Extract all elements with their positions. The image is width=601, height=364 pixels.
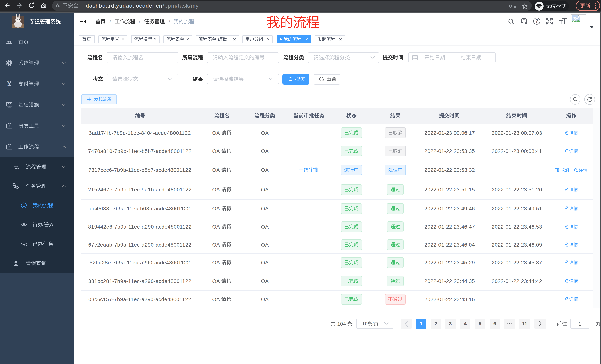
svg-text:2022-01-22 23:45:29: 2022-01-22 23:45:29 [424, 260, 475, 266]
svg-text:2022-01-22 23:49:46: 2022-01-22 23:49:46 [424, 206, 475, 211]
svg-text:2022-01-22 23:53:32: 2022-01-22 23:53:32 [424, 167, 475, 173]
svg-text:OA: OA [261, 130, 269, 136]
svg-text:/bpm/task/my: /bpm/task/my [163, 3, 199, 9]
svg-text:OA: OA [261, 260, 269, 266]
svg-text:52ffd28e-7b9a-11ec-a290-acde48: 52ffd28e-7b9a-11ec-a290-acde48001122 [90, 260, 190, 266]
svg-text:2: 2 [434, 321, 437, 326]
svg-text:3ad174fb-7b9d-11ec-8404-acde48: 3ad174fb-7b9d-11ec-8404-acde48001122 [89, 130, 191, 136]
svg-text:OA: OA [261, 297, 269, 302]
svg-text:2022-01-22 23:46:47: 2022-01-22 23:46:47 [424, 224, 475, 230]
svg-text:819442e8-7b9a-11ec-a290-acde48: 819442e8-7b9a-11ec-a290-acde48001122 [88, 224, 191, 230]
svg-text:3: 3 [449, 321, 452, 326]
svg-text:2152467e-7b9b-11ec-9a1b-acde48: 2152467e-7b9b-11ec-9a1b-acde48001122 [88, 187, 191, 192]
svg-text:2022-01-23 00:07:03: 2022-01-23 00:07:03 [492, 130, 542, 136]
svg-text:OA: OA [261, 148, 269, 154]
svg-text:03c6c157-7b9a-11ec-a290-acde48: 03c6c157-7b9a-11ec-a290-acde48001122 [88, 297, 191, 302]
svg-text:OA: OA [212, 167, 221, 173]
svg-text:67c2eaab-7b9a-11ec-a290-acde48: 67c2eaab-7b9a-11ec-a290-acde48001122 [88, 242, 191, 248]
svg-text:OA: OA [261, 187, 269, 192]
svg-text:/: / [109, 19, 111, 25]
svg-text:-: - [450, 55, 452, 60]
svg-text:104: 104 [336, 321, 347, 327]
svg-text:OA: OA [261, 167, 269, 173]
svg-text:OA: OA [212, 278, 221, 284]
svg-text:2022-01-23 00:08:41: 2022-01-23 00:08:41 [492, 148, 542, 154]
svg-text:6: 6 [493, 321, 496, 326]
svg-text:/: / [139, 19, 140, 25]
svg-text:2022-01-22 23:49:51: 2022-01-22 23:49:51 [492, 206, 542, 211]
svg-text:OA: OA [261, 224, 269, 230]
svg-text:?: ? [535, 18, 538, 24]
svg-text:ec45f38f-7b9a-11ec-b03b-acde48: ec45f38f-7b9a-11ec-b03b-acde48001122 [90, 206, 190, 211]
svg-text:331bc281-7b9a-11ec-a290-acde48: 331bc281-7b9a-11ec-a290-acde48001122 [88, 278, 191, 284]
svg-text:2022-01-22 23:51:15: 2022-01-22 23:51:15 [424, 187, 475, 192]
svg-text:2022-01-22 23:53:35: 2022-01-22 23:53:35 [424, 148, 475, 154]
svg-text:dashboard.yudao.iocoder.cn: dashboard.yudao.iocoder.cn [86, 3, 162, 9]
svg-text:OA: OA [261, 206, 269, 211]
svg-text:2022-01-22 23:45:37: 2022-01-22 23:45:37 [492, 260, 542, 266]
svg-text:7317cec6-7b9b-11ec-b5b7-acde48: 7317cec6-7b9b-11ec-b5b7-acde48001122 [88, 167, 191, 173]
svg-text:2022-01-22 23:43:16: 2022-01-22 23:43:16 [424, 297, 475, 302]
svg-text:1: 1 [420, 321, 422, 326]
svg-text:OA: OA [261, 242, 269, 248]
svg-text:OA: OA [212, 224, 221, 230]
svg-text:/: / [372, 321, 374, 326]
svg-text:OA: OA [212, 260, 221, 266]
svg-text:OA: OA [212, 206, 221, 211]
svg-text:2022-01-22 23:46:53: 2022-01-22 23:46:53 [492, 224, 542, 230]
svg-text:OA: OA [212, 148, 221, 154]
svg-text:2022-01-22 23:46:04: 2022-01-22 23:46:04 [424, 242, 475, 248]
svg-text:/: / [169, 19, 170, 25]
svg-text:2022-01-22 23:51:20: 2022-01-22 23:51:20 [492, 187, 542, 192]
svg-text:11: 11 [522, 321, 527, 326]
svg-text:-: - [216, 37, 218, 42]
svg-text:4: 4 [464, 321, 467, 326]
svg-text:2022-01-23 00:06:17: 2022-01-23 00:06:17 [424, 130, 475, 136]
svg-text:OA: OA [261, 278, 269, 284]
svg-text:¥: ¥ [7, 80, 11, 88]
svg-text:2022-01-22 23:44:35: 2022-01-22 23:44:35 [424, 278, 475, 284]
svg-text:10: 10 [362, 321, 368, 326]
svg-text:7470a810-7b9b-11ec-b5b7-acde48: 7470a810-7b9b-11ec-b5b7-acde48001122 [88, 148, 191, 154]
svg-text:OA: OA [212, 242, 221, 248]
svg-text:5: 5 [479, 321, 481, 326]
svg-text:OA: OA [212, 130, 221, 136]
svg-text:2022-01-22 23:46:09: 2022-01-22 23:46:09 [492, 242, 542, 248]
svg-text:2022-01-22 23:44:42: 2022-01-22 23:44:42 [492, 278, 542, 284]
svg-text:OA: OA [212, 187, 221, 192]
svg-text:OA: OA [212, 297, 221, 302]
svg-text:1: 1 [578, 321, 581, 327]
